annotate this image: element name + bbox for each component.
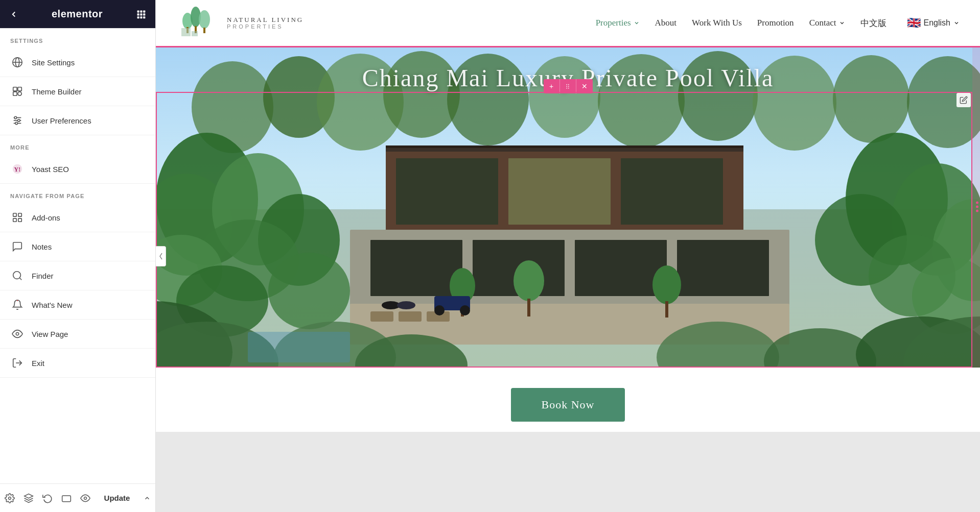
- sidebar-item-theme-builder[interactable]: Theme Builder: [0, 77, 155, 106]
- main-canvas: Natural Living Properties Properties Abo…: [156, 0, 980, 512]
- grid-menu-button[interactable]: [136, 9, 146, 19]
- view-page-label: View Page: [32, 330, 68, 338]
- sliders-icon: [10, 113, 25, 128]
- language-selector[interactable]: 🇬🇧 English: [907, 16, 960, 30]
- svg-rect-8: [143, 16, 145, 18]
- theme-icon: [10, 84, 25, 99]
- contact-arrow-icon: [839, 20, 845, 26]
- sidebar: elementor SETTINGS Site Settings: [0, 0, 156, 512]
- logo-name: Natural Living: [227, 16, 304, 24]
- svg-rect-7: [140, 16, 142, 18]
- sidebar-item-whats-new[interactable]: What's New: [0, 290, 155, 320]
- svg-rect-25: [13, 218, 16, 222]
- sidebar-item-user-preferences[interactable]: User Preferences: [0, 106, 155, 135]
- nav-item-about[interactable]: About: [655, 18, 677, 28]
- svg-rect-106: [248, 332, 350, 362]
- svg-rect-6: [137, 16, 139, 18]
- history-footer-button[interactable]: [38, 489, 57, 507]
- language-label: English: [924, 18, 950, 28]
- nav-item-properties[interactable]: Properties: [596, 18, 640, 28]
- whats-new-label: What's New: [32, 301, 73, 309]
- logo-sub: Properties: [227, 23, 304, 30]
- svg-point-20: [17, 119, 20, 122]
- website-content: Natural Living Properties Properties Abo…: [156, 0, 980, 432]
- settings-section-label: SETTINGS: [0, 29, 155, 48]
- language-arrow-icon: [953, 20, 960, 26]
- svg-rect-3: [137, 13, 139, 15]
- svg-point-32: [8, 497, 11, 499]
- nav-item-promotion[interactable]: Promotion: [757, 18, 794, 28]
- sidebar-item-site-settings[interactable]: Site Settings: [0, 48, 155, 77]
- svg-rect-44: [192, 31, 198, 36]
- svg-rect-71: [399, 311, 422, 322]
- section-close-button[interactable]: ✕: [576, 79, 593, 93]
- svg-rect-43: [181, 28, 191, 36]
- logo-icon: [176, 7, 220, 40]
- section-add-button[interactable]: +: [544, 79, 560, 93]
- svg-line-28: [19, 278, 21, 280]
- settings-footer-button[interactable]: [1, 489, 19, 507]
- collapse-sidebar-button[interactable]: [156, 246, 166, 266]
- svg-rect-26: [18, 218, 21, 222]
- yoast-seo-label: Yoast SEO: [32, 165, 69, 174]
- nav-item-work-with-us[interactable]: Work With Us: [692, 18, 742, 28]
- nav-item-chinese[interactable]: 中文版: [860, 17, 886, 29]
- svg-rect-66: [677, 240, 769, 296]
- logo-text: Natural Living Properties: [227, 16, 304, 31]
- svg-point-102: [397, 301, 415, 309]
- svg-rect-4: [140, 13, 142, 15]
- svg-rect-60: [508, 158, 611, 225]
- svg-point-86: [268, 253, 350, 329]
- navigation-bar: Natural Living Properties Properties Abo…: [156, 0, 980, 46]
- svg-point-108: [568, 84, 569, 85]
- layers-footer-button[interactable]: [19, 489, 38, 507]
- flag-icon: 🇬🇧: [907, 16, 921, 30]
- svg-rect-13: [18, 87, 21, 91]
- section-move-button[interactable]: [560, 79, 576, 93]
- svg-point-75: [514, 260, 544, 301]
- svg-rect-0: [137, 10, 139, 12]
- svg-rect-34: [62, 496, 71, 502]
- svg-rect-2: [143, 10, 145, 12]
- resize-handle-right[interactable]: [972, 46, 980, 368]
- svg-point-15: [18, 92, 21, 95]
- hero-selection-top-border: [156, 46, 980, 47]
- responsive-footer-button[interactable]: [57, 489, 76, 507]
- svg-marker-33: [24, 494, 33, 498]
- update-chevron-button[interactable]: [139, 489, 155, 507]
- svg-rect-1: [140, 10, 142, 12]
- update-button[interactable]: Update: [95, 490, 139, 506]
- sidebar-item-add-ons[interactable]: Add-ons: [0, 203, 155, 232]
- sidebar-item-finder[interactable]: Finder: [0, 261, 155, 290]
- edit-button-top-right[interactable]: [956, 93, 971, 107]
- hero-scene-svg: [156, 46, 980, 368]
- svg-point-30: [16, 332, 19, 335]
- sidebar-item-view-page[interactable]: View Page: [0, 320, 155, 349]
- sidebar-item-notes[interactable]: Notes: [0, 232, 155, 261]
- yoast-icon: Y!: [10, 162, 25, 176]
- exit-label: Exit: [32, 359, 44, 368]
- svg-point-104: [434, 305, 445, 315]
- sidebar-item-yoast-seo[interactable]: Y! Yoast SEO: [0, 155, 155, 184]
- svg-rect-14: [13, 92, 17, 95]
- svg-rect-63: [370, 240, 462, 296]
- sidebar-item-exit[interactable]: Exit: [0, 349, 155, 378]
- resize-dots: [976, 202, 978, 212]
- finder-label: Finder: [32, 272, 54, 280]
- elementor-logo: elementor: [52, 8, 103, 20]
- svg-point-36: [84, 497, 86, 499]
- user-preferences-label: User Preferences: [32, 116, 91, 125]
- svg-point-21: [15, 122, 18, 125]
- nav-item-contact[interactable]: Contact: [809, 18, 845, 28]
- svg-point-110: [568, 86, 569, 87]
- exit-icon: [10, 356, 25, 370]
- preview-footer-button[interactable]: [76, 489, 95, 507]
- notes-icon: [10, 239, 25, 254]
- svg-rect-42: [203, 28, 205, 33]
- back-button[interactable]: [9, 10, 18, 19]
- svg-point-19: [14, 116, 17, 119]
- theme-builder-label: Theme Builder: [32, 87, 82, 96]
- svg-point-27: [13, 272, 21, 279]
- book-now-button[interactable]: Book Now: [511, 388, 625, 422]
- svg-rect-12: [13, 87, 17, 91]
